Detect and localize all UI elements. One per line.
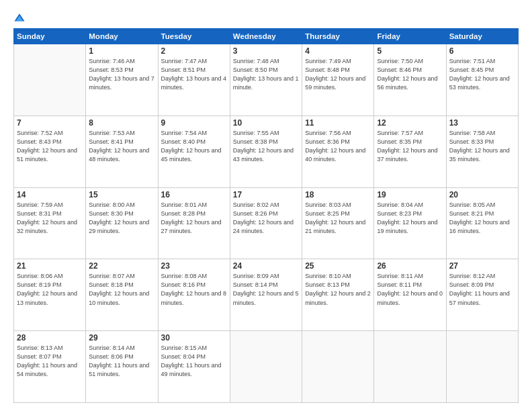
calendar-cell: 23Sunrise: 8:08 AMSunset: 8:16 PMDayligh… (158, 259, 230, 331)
day-info: Sunrise: 8:02 AMSunset: 8:26 PMDaylight:… (233, 201, 299, 236)
day-number: 12 (377, 118, 443, 128)
day-info: Sunrise: 7:49 AMSunset: 8:48 PMDaylight:… (305, 57, 371, 92)
day-info: Sunrise: 8:04 AMSunset: 8:23 PMDaylight:… (377, 201, 443, 236)
day-number: 26 (377, 261, 443, 271)
day-number: 19 (377, 190, 443, 199)
day-number: 18 (305, 190, 371, 199)
day-info: Sunrise: 8:11 AMSunset: 8:11 PMDaylight:… (377, 272, 443, 307)
day-info: Sunrise: 8:07 AMSunset: 8:18 PMDaylight:… (89, 272, 154, 307)
calendar-cell: 21Sunrise: 8:06 AMSunset: 8:19 PMDayligh… (14, 259, 86, 331)
calendar-cell: 26Sunrise: 8:11 AMSunset: 8:11 PMDayligh… (374, 259, 446, 331)
day-info: Sunrise: 7:58 AMSunset: 8:33 PMDaylight:… (449, 129, 515, 164)
calendar-cell: 18Sunrise: 8:03 AMSunset: 8:25 PMDayligh… (302, 187, 374, 259)
day-number: 1 (89, 46, 154, 56)
day-number: 8 (89, 118, 154, 128)
day-info: Sunrise: 7:48 AMSunset: 8:50 PMDaylight:… (233, 57, 299, 92)
day-info: Sunrise: 8:08 AMSunset: 8:16 PMDaylight:… (161, 272, 227, 307)
day-info: Sunrise: 8:01 AMSunset: 8:28 PMDaylight:… (161, 201, 227, 236)
day-number: 11 (305, 118, 371, 128)
day-info: Sunrise: 8:15 AMSunset: 8:04 PMDaylight:… (161, 344, 227, 379)
day-info: Sunrise: 8:03 AMSunset: 8:25 PMDaylight:… (305, 201, 371, 236)
day-number: 13 (449, 118, 515, 128)
day-info: Sunrise: 7:53 AMSunset: 8:41 PMDaylight:… (89, 129, 154, 164)
day-info: Sunrise: 7:54 AMSunset: 8:40 PMDaylight:… (161, 129, 227, 164)
day-number: 10 (233, 118, 299, 128)
day-number: 28 (17, 333, 83, 342)
calendar-cell: 6Sunrise: 7:51 AMSunset: 8:45 PMDaylight… (446, 44, 518, 116)
calendar-cell: 16Sunrise: 8:01 AMSunset: 8:28 PMDayligh… (158, 187, 230, 259)
calendar-cell: 10Sunrise: 7:55 AMSunset: 8:38 PMDayligh… (230, 116, 302, 187)
calendar-cell: 28Sunrise: 8:13 AMSunset: 8:07 PMDayligh… (14, 331, 86, 403)
calendar-week-row: 28Sunrise: 8:13 AMSunset: 8:07 PMDayligh… (14, 331, 519, 403)
day-number: 24 (233, 261, 299, 271)
calendar-cell: 29Sunrise: 8:14 AMSunset: 8:06 PMDayligh… (86, 331, 158, 403)
calendar-cell: 2Sunrise: 7:47 AMSunset: 8:51 PMDaylight… (158, 44, 230, 116)
calendar-cell (374, 331, 446, 403)
calendar-cell: 11Sunrise: 7:56 AMSunset: 8:36 PMDayligh… (302, 116, 374, 187)
day-number: 25 (305, 261, 371, 271)
day-info: Sunrise: 8:05 AMSunset: 8:21 PMDaylight:… (449, 201, 515, 236)
calendar-cell: 8Sunrise: 7:53 AMSunset: 8:41 PMDaylight… (86, 116, 158, 187)
calendar-cell (446, 331, 518, 403)
day-number: 30 (161, 333, 227, 342)
day-info: Sunrise: 8:13 AMSunset: 8:07 PMDaylight:… (17, 344, 83, 379)
day-number: 6 (449, 46, 515, 56)
day-info: Sunrise: 7:51 AMSunset: 8:45 PMDaylight:… (449, 57, 515, 92)
calendar-cell: 9Sunrise: 7:54 AMSunset: 8:40 PMDaylight… (158, 116, 230, 187)
calendar-cell: 19Sunrise: 8:04 AMSunset: 8:23 PMDayligh… (374, 187, 446, 259)
day-info: Sunrise: 7:59 AMSunset: 8:31 PMDaylight:… (17, 201, 83, 236)
day-info: Sunrise: 7:56 AMSunset: 8:36 PMDaylight:… (305, 129, 371, 164)
weekday-header: Saturday (446, 29, 518, 44)
day-info: Sunrise: 7:50 AMSunset: 8:46 PMDaylight:… (377, 57, 443, 92)
calendar-cell: 15Sunrise: 8:00 AMSunset: 8:30 PMDayligh… (86, 187, 158, 259)
calendar-table: SundayMondayTuesdayWednesdayThursdayFrid… (13, 28, 519, 403)
logo (13, 12, 28, 24)
day-number: 2 (161, 46, 227, 56)
calendar-cell: 17Sunrise: 8:02 AMSunset: 8:26 PMDayligh… (230, 187, 302, 259)
day-number: 7 (17, 118, 83, 128)
day-number: 16 (161, 190, 227, 199)
calendar-cell (14, 44, 86, 116)
calendar-week-row: 21Sunrise: 8:06 AMSunset: 8:19 PMDayligh… (14, 259, 519, 331)
day-info: Sunrise: 8:09 AMSunset: 8:14 PMDaylight:… (233, 272, 299, 307)
day-number: 29 (89, 333, 154, 342)
calendar-cell: 1Sunrise: 7:46 AMSunset: 8:53 PMDaylight… (86, 44, 158, 116)
calendar-cell: 24Sunrise: 8:09 AMSunset: 8:14 PMDayligh… (230, 259, 302, 331)
weekday-header: Friday (374, 29, 446, 44)
day-info: Sunrise: 7:47 AMSunset: 8:51 PMDaylight:… (161, 57, 227, 92)
weekday-header: Monday (86, 29, 158, 44)
day-info: Sunrise: 8:10 AMSunset: 8:13 PMDaylight:… (305, 272, 371, 307)
day-info: Sunrise: 7:55 AMSunset: 8:38 PMDaylight:… (233, 129, 299, 164)
day-info: Sunrise: 8:14 AMSunset: 8:06 PMDaylight:… (89, 344, 154, 379)
calendar-cell (230, 331, 302, 403)
calendar-cell: 27Sunrise: 8:12 AMSunset: 8:09 PMDayligh… (446, 259, 518, 331)
calendar-cell: 12Sunrise: 7:57 AMSunset: 8:35 PMDayligh… (374, 116, 446, 187)
weekday-header: Wednesday (230, 29, 302, 44)
calendar-week-row: 14Sunrise: 7:59 AMSunset: 8:31 PMDayligh… (14, 187, 519, 259)
day-number: 20 (449, 190, 515, 199)
weekday-header: Tuesday (158, 29, 230, 44)
calendar-cell (302, 331, 374, 403)
calendar-week-row: 7Sunrise: 7:52 AMSunset: 8:43 PMDaylight… (14, 116, 519, 187)
header (13, 12, 519, 24)
weekday-header: Sunday (14, 29, 86, 44)
day-info: Sunrise: 8:12 AMSunset: 8:09 PMDaylight:… (449, 272, 515, 307)
calendar-cell: 30Sunrise: 8:15 AMSunset: 8:04 PMDayligh… (158, 331, 230, 403)
weekday-header-row: SundayMondayTuesdayWednesdayThursdayFrid… (14, 29, 519, 44)
calendar-cell: 22Sunrise: 8:07 AMSunset: 8:18 PMDayligh… (86, 259, 158, 331)
calendar-cell: 4Sunrise: 7:49 AMSunset: 8:48 PMDaylight… (302, 44, 374, 116)
calendar-cell: 7Sunrise: 7:52 AMSunset: 8:43 PMDaylight… (14, 116, 86, 187)
day-number: 14 (17, 190, 83, 199)
calendar-cell: 20Sunrise: 8:05 AMSunset: 8:21 PMDayligh… (446, 187, 518, 259)
day-info: Sunrise: 7:57 AMSunset: 8:35 PMDaylight:… (377, 129, 443, 164)
day-number: 15 (89, 190, 154, 199)
day-info: Sunrise: 7:46 AMSunset: 8:53 PMDaylight:… (89, 57, 154, 92)
weekday-header: Thursday (302, 29, 374, 44)
page: SundayMondayTuesdayWednesdayThursdayFrid… (0, 0, 532, 411)
logo-icon (13, 12, 26, 24)
day-number: 4 (305, 46, 371, 56)
day-info: Sunrise: 8:06 AMSunset: 8:19 PMDaylight:… (17, 272, 83, 307)
calendar-cell: 13Sunrise: 7:58 AMSunset: 8:33 PMDayligh… (446, 116, 518, 187)
calendar-week-row: 1Sunrise: 7:46 AMSunset: 8:53 PMDaylight… (14, 44, 519, 116)
day-number: 23 (161, 261, 227, 271)
